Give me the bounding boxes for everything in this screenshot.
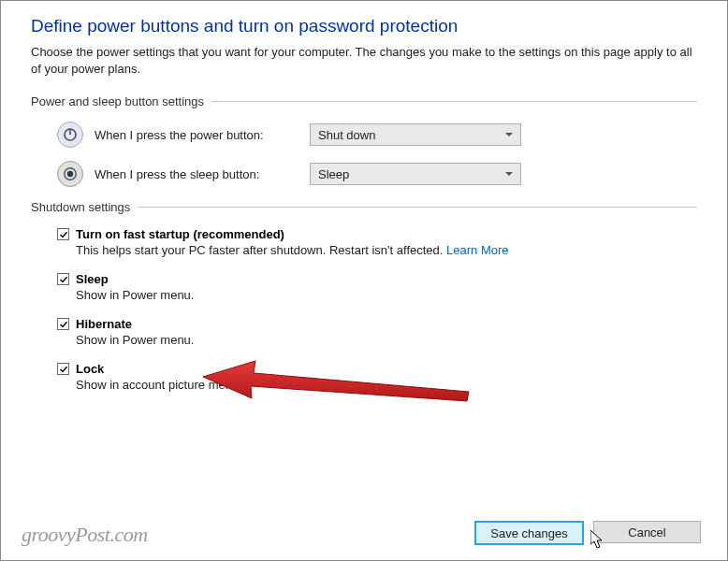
svg-point-3	[67, 171, 73, 177]
sleep-button-row: When I press the sleep button: Sleep	[57, 161, 697, 187]
page-title: Define power buttons and turn on passwor…	[31, 16, 697, 36]
opt-sleep: Sleep Show in Power menu.	[57, 272, 697, 302]
power-button-label: When I press the power button:	[95, 128, 298, 142]
section-power-sleep: Power and sleep button settings	[31, 94, 697, 108]
power-options-panel: Define power buttons and turn on passwor…	[1, 1, 727, 418]
sleep-button-label: When I press the sleep button:	[95, 167, 298, 181]
opt-fast-startup: Turn on fast startup (recommended) This …	[57, 227, 697, 257]
sleep-button-dropdown[interactable]: Sleep	[310, 163, 521, 185]
learn-more-link[interactable]: Learn More	[446, 243, 508, 257]
power-icon	[57, 122, 83, 148]
opt-lock: Lock Show in account picture menu.	[57, 362, 697, 392]
watermark: groovyPost.com	[22, 523, 148, 547]
checkbox-sleep[interactable]	[57, 273, 69, 285]
sleep-icon	[57, 161, 83, 187]
section-shutdown: Shutdown settings	[31, 200, 697, 214]
button-bar: Save changes Cancel	[474, 521, 701, 545]
power-button-row: When I press the power button: Shut down	[57, 122, 697, 148]
power-button-dropdown[interactable]: Shut down	[310, 123, 521, 146]
cancel-button[interactable]: Cancel	[593, 521, 701, 543]
opt-hibernate: Hibernate Show in Power menu.	[57, 317, 697, 347]
save-changes-button[interactable]: Save changes	[474, 521, 584, 545]
checkbox-fast-startup[interactable]	[57, 228, 69, 240]
checkbox-lock[interactable]	[57, 363, 69, 375]
checkbox-hibernate[interactable]	[57, 318, 69, 330]
page-description: Choose the power settings that you want …	[31, 44, 697, 78]
